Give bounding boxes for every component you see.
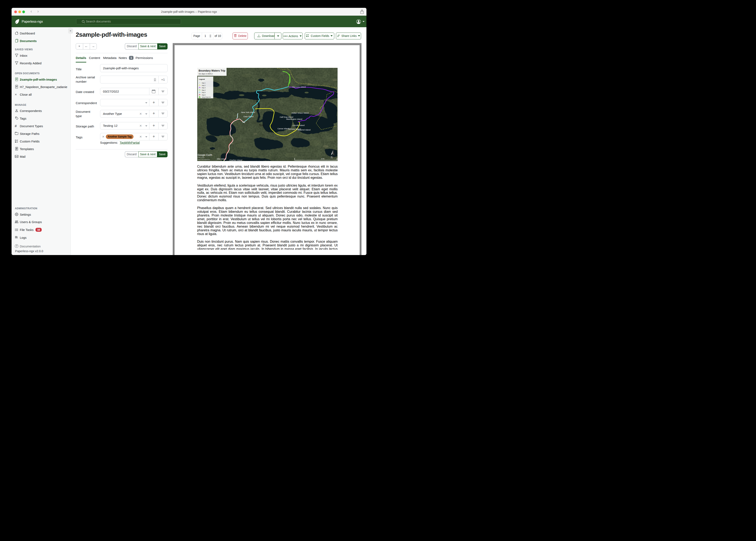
svg-text:Squirrel Island: Squirrel Island bbox=[298, 129, 311, 131]
svg-text:Day 4: Day 4 bbox=[202, 90, 206, 91]
svg-text:Day 5: Day 5 bbox=[202, 92, 206, 93]
svg-text:Lincoln Island: Lincoln Island bbox=[293, 124, 305, 126]
svg-text:Day 6: Day 6 bbox=[202, 94, 206, 96]
svg-text:Mile Island: Mile Island bbox=[217, 158, 226, 160]
svg-text:Indian Grave Island: Indian Grave Island bbox=[292, 112, 308, 114]
svg-text:Half Dog Island: Half Dog Island bbox=[280, 116, 293, 118]
svg-text:Text: Text bbox=[259, 124, 264, 127]
svg-text:© 2017 Google: © 2017 Google bbox=[197, 157, 204, 158]
svg-text:Boundary Waters Trip: Boundary Waters Trip bbox=[198, 69, 225, 72]
svg-text:Day 1: Day 1 bbox=[202, 82, 206, 84]
svg-text:N: N bbox=[330, 156, 333, 160]
svg-text:New York Island: New York Island bbox=[241, 111, 255, 113]
svg-text:Google Earth: Google Earth bbox=[198, 154, 212, 157]
svg-text:Hausons Island: Hausons Island bbox=[292, 86, 306, 88]
svg-text:Image © 2017 DigitalGlobe: Image © 2017 DigitalGlobe bbox=[197, 159, 210, 160]
svg-text:Six days in BWCA: Six days in BWCA bbox=[198, 73, 213, 75]
svg-text:Entry Point 24: Entry Point 24 bbox=[202, 97, 211, 98]
svg-text:Legend: Legend bbox=[199, 78, 205, 80]
svg-text:Canoe Island: Canoe Island bbox=[278, 127, 289, 130]
svg-text:Day 3: Day 3 bbox=[202, 87, 206, 89]
svg-text:3 mi: 3 mi bbox=[321, 158, 324, 160]
svg-text:Washington Island: Washington Island bbox=[286, 118, 302, 120]
svg-text:Day 2: Day 2 bbox=[202, 85, 206, 86]
svg-text:Gary Island: Gary Island bbox=[243, 115, 254, 118]
svg-text:Charlies Island: Charlies Island bbox=[229, 159, 242, 161]
